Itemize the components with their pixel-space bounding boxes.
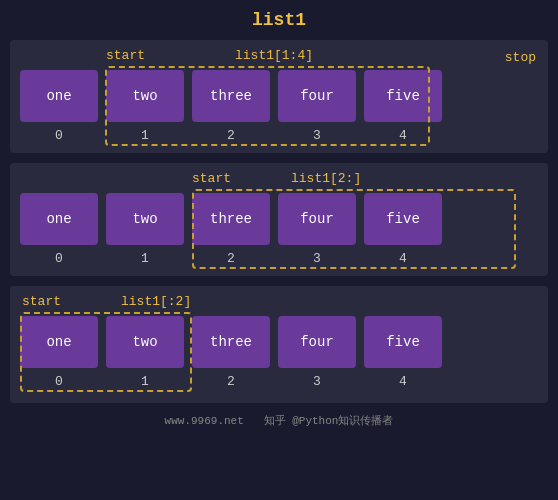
list-item-0: one 0	[20, 193, 98, 266]
item-box-one-2: one	[20, 193, 98, 245]
section-3: start list1[:2] one 0 two 1 three 2 four	[10, 286, 548, 403]
start-label-2: start	[192, 171, 231, 186]
slice-label-2: list1[2:]	[291, 171, 361, 186]
item-box-three-3: three	[192, 316, 270, 368]
watermark: www.9969.net 知乎 @Python知识传播者	[10, 413, 548, 428]
list-item-3: four 3	[278, 316, 356, 389]
stop-label-1: stop	[505, 50, 536, 65]
item-box-four-3: four	[278, 316, 356, 368]
start-label-3: start	[22, 294, 61, 309]
item-box-two-2: two	[106, 193, 184, 245]
list-item-1: two 1	[106, 193, 184, 266]
list-item-4: five 4	[364, 316, 442, 389]
item-box-five-3: five	[364, 316, 442, 368]
item-box-one: one	[20, 70, 98, 122]
main-title: list1	[10, 10, 548, 30]
section-2: start list1[2:] one 0 two 1 three 2 four	[10, 163, 548, 276]
section-1: start list1[1:4] stop one 0 two 1 three …	[10, 40, 548, 153]
slice-label-1: list1[1:4]	[235, 48, 313, 63]
slice-label-3: list1[:2]	[121, 294, 191, 309]
start-label-1: start	[106, 48, 145, 63]
list-item-0: one 0	[20, 70, 98, 143]
list-item-2: three 2	[192, 316, 270, 389]
